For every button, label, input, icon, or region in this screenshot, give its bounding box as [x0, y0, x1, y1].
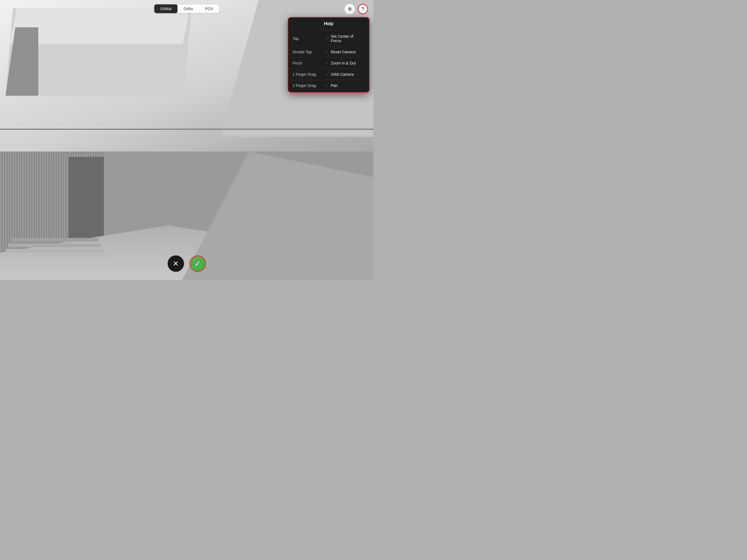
orbital-tab[interactable]: Orbital	[154, 4, 177, 13]
step-1	[11, 238, 98, 242]
help-row-1finger: 1 Finger Drag → Orbit Camera	[288, 69, 369, 80]
help-rows: Tap → Set Center of Focus Double Tap → R…	[288, 30, 369, 92]
help-button[interactable]: ?	[358, 4, 368, 14]
action-2finger: Pan	[331, 83, 338, 88]
step-3	[5, 249, 104, 253]
gesture-1finger: 1 Finger Drag	[292, 72, 323, 77]
view-mode-toolbar: Orbital Ortho POV	[154, 4, 219, 13]
step-4	[3, 254, 107, 258]
confirm-icon: ✓	[195, 259, 201, 268]
gesture-pinch: Pinch	[292, 61, 323, 65]
ortho-tab[interactable]: Ortho	[177, 4, 199, 13]
settings-button[interactable]: ⚙	[344, 4, 355, 14]
help-row-pinch: Pinch → Zoom In & Out	[288, 58, 369, 69]
gesture-double-tap: Double Tap	[292, 50, 323, 54]
help-title: Help	[288, 18, 369, 30]
step-2	[8, 244, 101, 247]
action-double-tap: Reset Camera	[331, 50, 356, 54]
arrow-pinch: →	[325, 61, 329, 65]
arrow-double-tap: →	[325, 50, 329, 54]
pov-tab[interactable]: POV	[199, 4, 219, 13]
action-1finger: Orbit Camera	[331, 72, 354, 77]
cancel-button[interactable]: ✕	[168, 255, 184, 272]
scene-divider	[0, 129, 374, 130]
action-tap: Set Center of Focus	[331, 34, 365, 43]
arrow-1finger: →	[325, 72, 329, 77]
confirm-button[interactable]: ✓	[189, 255, 206, 272]
arrow-tap: →	[325, 36, 329, 41]
bottom-action-buttons: ✕ ✓	[168, 255, 206, 272]
gesture-2finger: 2 Finger Drag	[292, 83, 323, 88]
help-popup: Help Tap → Set Center of Focus Double Ta…	[288, 17, 370, 93]
action-pinch: Zoom In & Out	[331, 61, 356, 65]
gear-icon: ⚙	[348, 6, 352, 12]
question-icon: ?	[361, 6, 364, 11]
help-row-double-tap: Double Tap → Reset Camera	[288, 47, 369, 58]
arrow-2finger: →	[325, 83, 329, 88]
help-row-tap: Tap → Set Center of Focus	[288, 31, 369, 47]
cancel-icon: ✕	[173, 259, 179, 268]
lower-right-ramp	[182, 152, 374, 280]
top-right-controls: ⚙ ?	[344, 4, 368, 14]
gesture-tap: Tap	[292, 36, 323, 41]
help-row-2finger: 2 Finger Drag → Pan	[288, 80, 369, 91]
